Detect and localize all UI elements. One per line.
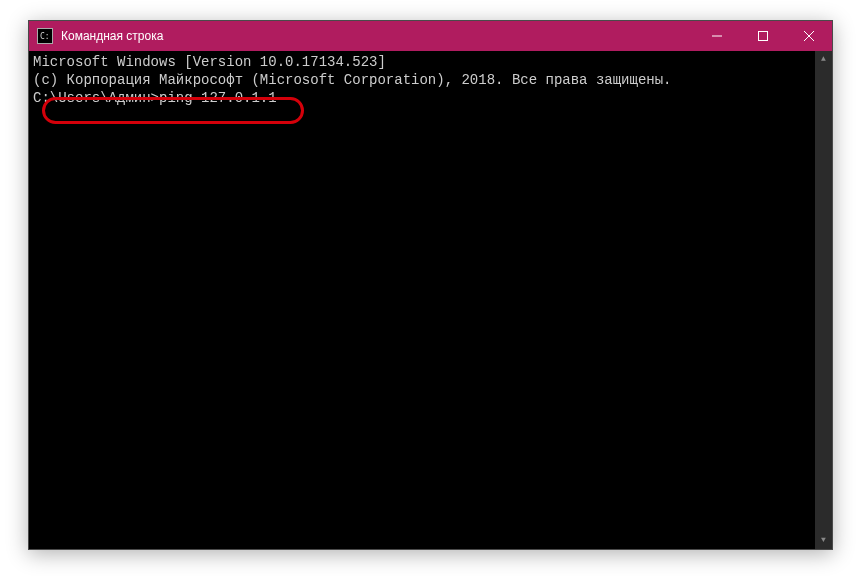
- version-line: Microsoft Windows [Version 10.0.17134.52…: [33, 53, 828, 71]
- scroll-down-arrow[interactable]: ▼: [815, 532, 832, 549]
- minimize-button[interactable]: [694, 21, 740, 51]
- maximize-button[interactable]: [740, 21, 786, 51]
- command-prompt-window: C:\ Командная строка Microsoft Windows […: [28, 20, 833, 550]
- svg-rect-2: [759, 32, 768, 41]
- prompt-text: C:\Users\Админ>: [33, 90, 159, 106]
- window-title: Командная строка: [61, 29, 694, 43]
- scroll-up-arrow[interactable]: ▲: [815, 51, 832, 68]
- vertical-scrollbar[interactable]: ▲ ▼: [815, 51, 832, 549]
- command-text: ping 127.0.1.1: [159, 90, 277, 106]
- svg-text:C:\: C:\: [40, 32, 50, 41]
- close-button[interactable]: [786, 21, 832, 51]
- cmd-icon: C:\: [37, 28, 53, 44]
- titlebar[interactable]: C:\ Командная строка: [29, 21, 832, 51]
- terminal-area[interactable]: Microsoft Windows [Version 10.0.17134.52…: [29, 51, 832, 549]
- copyright-line: (c) Корпорация Майкрософт (Microsoft Cor…: [33, 71, 828, 89]
- prompt-line: C:\Users\Админ>ping 127.0.1.1: [33, 89, 828, 107]
- window-controls: [694, 21, 832, 51]
